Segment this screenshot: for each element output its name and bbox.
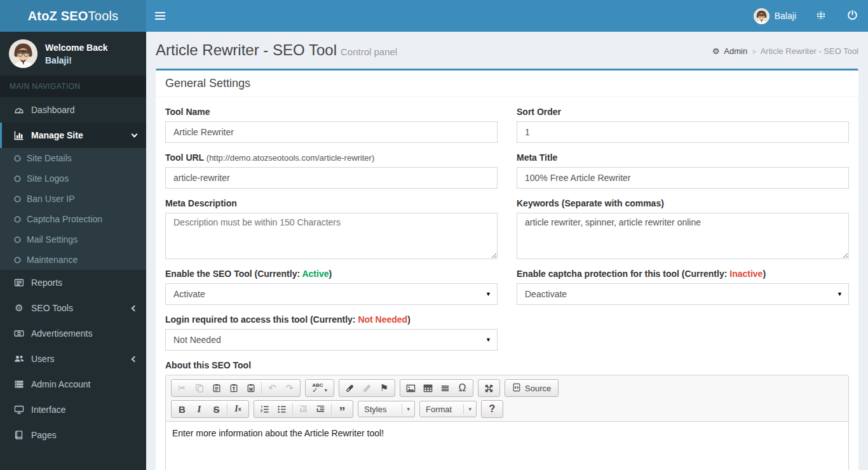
tool-name-input[interactable]	[165, 121, 498, 143]
sort-order-input[interactable]	[517, 121, 849, 143]
format-dropdown[interactable]: Format ▾	[419, 401, 477, 417]
language-globe-button[interactable]	[805, 0, 837, 32]
italic-icon[interactable]: I	[191, 401, 208, 417]
numbered-list-icon[interactable]	[256, 401, 273, 417]
status-badge-inactive: Inactive	[729, 269, 763, 279]
dashboard-gauge-icon	[11, 105, 27, 115]
copy-icon[interactable]	[191, 380, 208, 396]
submenu-item-label: Mail Settings	[27, 234, 78, 245]
login-required-label: Login required to access this tool (Curr…	[165, 314, 498, 325]
breadcrumb: ⚙ Admin > Article Rewriter - SEO Tool	[712, 46, 858, 56]
breadcrumb-admin-link[interactable]: Admin	[724, 46, 747, 56]
blockquote-icon[interactable]: ”	[334, 401, 351, 417]
source-button[interactable]: Source	[507, 380, 556, 396]
sidebar-item-interface[interactable]: Interface	[0, 397, 146, 422]
newspaper-icon	[11, 278, 27, 288]
status-badge-active: Active	[302, 269, 329, 279]
bullet-list-icon[interactable]	[273, 401, 290, 417]
welcome-text: Welcome Back	[45, 43, 108, 53]
sidebar-item-mail-settings[interactable]: Mail Settings	[0, 229, 146, 250]
keywords-textarea[interactable]: article rewriter, spinner, article rewri…	[517, 213, 849, 259]
anchor-flag-icon[interactable]: ⚑	[376, 380, 393, 396]
tool-url-label: Tool URL (http://demo.atozseotools.com/a…	[165, 152, 498, 163]
sidebar-toggle-icon[interactable]	[146, 0, 174, 32]
sidebar-item-seo-tools[interactable]: ⚙ SEO Tools	[0, 295, 146, 321]
bold-icon[interactable]: B	[173, 401, 191, 417]
tool-name-label: Tool Name	[165, 107, 498, 117]
breadcrumb-separator: >	[752, 48, 756, 55]
editor-content[interactable]: Enter more information about the Article…	[166, 422, 848, 470]
sidebar-item-users[interactable]: Users	[0, 346, 146, 372]
power-icon	[847, 10, 858, 22]
sidebar-item-advertisements[interactable]: Advertisements	[0, 321, 146, 346]
chevron-left-icon	[132, 305, 138, 311]
caret-down-icon: ▾	[402, 404, 410, 414]
sidebar-user-panel: Welcome Back Balaji!	[0, 32, 146, 76]
sidebar-item-dashboard[interactable]: Dashboard	[0, 97, 146, 123]
sidebar-item-reports[interactable]: Reports	[0, 270, 146, 295]
sidebar-item-pages[interactable]: Pages	[0, 422, 146, 448]
maximize-icon[interactable]	[480, 380, 498, 396]
sidebar-user-name[interactable]: Balaji!	[45, 55, 72, 65]
submenu-item-label: Maintenance	[27, 255, 78, 265]
circle-o-icon	[14, 196, 21, 203]
special-character-icon[interactable]: Ω	[454, 380, 471, 396]
insert-image-icon[interactable]	[402, 380, 419, 396]
link-icon[interactable]	[341, 380, 358, 396]
cut-icon[interactable]: ✂	[173, 380, 191, 396]
money-icon	[11, 328, 27, 339]
circle-o-icon	[14, 236, 21, 243]
spellcheck-icon[interactable]: ABC✓ ▾	[308, 380, 332, 396]
outdent-icon[interactable]	[295, 401, 312, 417]
sidebar-item-admin-account[interactable]: Admin Account	[0, 372, 146, 397]
meta-title-input[interactable]	[517, 167, 849, 189]
captcha-select[interactable]: Deactivate	[517, 283, 849, 305]
meta-description-textarea[interactable]	[165, 213, 498, 259]
remove-format-icon[interactable]: Ix	[229, 401, 247, 417]
submenu-item-label: Site Details	[27, 153, 72, 163]
horizontal-rule-icon[interactable]	[437, 380, 454, 396]
desktop-icon	[11, 405, 27, 415]
editor-help-button[interactable]: ?	[484, 401, 501, 417]
users-group-icon	[11, 354, 27, 364]
logout-power-button[interactable]	[837, 0, 868, 32]
paste-icon[interactable]	[208, 380, 225, 396]
top-navbar: AtoZ SEOTools	[0, 0, 868, 32]
unlink-icon[interactable]	[358, 380, 376, 396]
strikethrough-icon[interactable]: S	[208, 401, 225, 417]
sidebar-item-site-details[interactable]: Site Details	[0, 148, 146, 168]
sidebar-item-site-logos[interactable]: Site Logos	[0, 168, 146, 189]
indent-icon[interactable]	[312, 401, 329, 417]
sidebar-item-label: Dashboard	[31, 105, 137, 115]
caret-down-icon: ▾	[325, 387, 327, 393]
navbar-user-menu[interactable]: Balaji	[745, 0, 805, 32]
sidebar-user-avatar	[9, 39, 37, 68]
login-required-select[interactable]: Not Needed	[165, 329, 498, 351]
insert-table-icon[interactable]	[419, 380, 437, 396]
enable-tool-select[interactable]: Activate	[165, 283, 498, 305]
chevron-left-icon	[132, 356, 138, 362]
sidebar-menu: Dashboard Manage Site Site Details	[0, 97, 146, 448]
source-doc-icon	[512, 383, 521, 394]
undo-icon[interactable]: ↶	[264, 380, 281, 396]
sidebar-item-label: Manage Site	[31, 130, 132, 140]
paste-from-word-icon[interactable]	[242, 380, 259, 396]
sidebar-item-captcha-protection[interactable]: Captcha Protection	[0, 209, 146, 229]
sidebar-item-ban-user-ip[interactable]: Ban User IP	[0, 189, 146, 209]
paste-plain-text-icon[interactable]	[225, 380, 242, 396]
sidebar-item-label: Reports	[31, 278, 137, 288]
submenu-item-label: Captcha Protection	[27, 214, 102, 224]
logo-light-text: Tools	[88, 9, 119, 24]
user-avatar	[754, 8, 770, 24]
redo-icon[interactable]: ↷	[281, 380, 298, 396]
sidebar-item-manage-site[interactable]: Manage Site	[0, 123, 146, 148]
sidebar-item-maintenance[interactable]: Maintenance	[0, 250, 146, 270]
book-icon	[11, 430, 27, 440]
sidebar-item-label: Admin Account	[31, 379, 137, 389]
sidebar-item-label: Pages	[31, 430, 137, 440]
sort-order-label: Sort Order	[517, 107, 849, 117]
app-logo[interactable]: AtoZ SEOTools	[0, 0, 146, 32]
circle-o-icon	[14, 175, 21, 182]
tool-url-input[interactable]	[165, 167, 498, 189]
styles-dropdown[interactable]: Styles ▾	[358, 401, 415, 417]
